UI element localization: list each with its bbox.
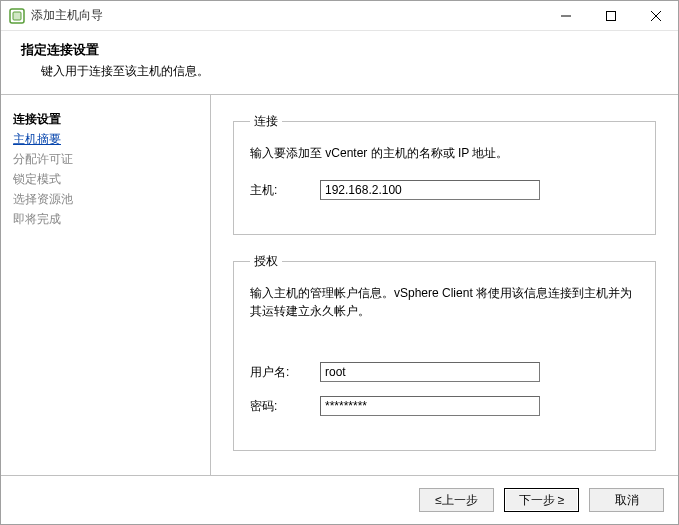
page-title: 指定连接设置 xyxy=(21,41,658,59)
host-input[interactable] xyxy=(320,180,540,200)
steps-sidebar: 连接设置 主机摘要 分配许可证 锁定模式 选择资源池 即将完成 xyxy=(1,95,211,475)
page-description: 键入用于连接至该主机的信息。 xyxy=(21,63,658,80)
step-label: 主机摘要 xyxy=(13,132,61,146)
step-host-summary[interactable]: 主机摘要 xyxy=(13,129,198,149)
titlebar: 添加主机向导 xyxy=(1,1,678,31)
wizard-body: 连接设置 主机摘要 分配许可证 锁定模式 选择资源池 即将完成 连接 输入要添加… xyxy=(1,95,678,476)
auth-group: 授权 输入主机的管理帐户信息。vSphere Client 将使用该信息连接到主… xyxy=(233,253,656,451)
step-connection-settings[interactable]: 连接设置 xyxy=(13,109,198,129)
svg-rect-3 xyxy=(606,11,615,20)
password-row: 密码: xyxy=(250,396,639,416)
step-assign-license: 分配许可证 xyxy=(13,149,198,169)
step-label: 连接设置 xyxy=(13,112,61,126)
cancel-button[interactable]: 取消 xyxy=(589,488,664,512)
wizard-content: 连接 输入要添加至 vCenter 的主机的名称或 IP 地址。 主机: 授权 … xyxy=(211,95,678,475)
add-host-wizard-window: 添加主机向导 指定连接设置 键入用于连接至该主机的信息。 连接设置 主机摘要 分… xyxy=(0,0,679,525)
username-label: 用户名: xyxy=(250,364,320,381)
connection-help: 输入要添加至 vCenter 的主机的名称或 IP 地址。 xyxy=(250,144,639,162)
step-lockdown-mode: 锁定模式 xyxy=(13,169,198,189)
step-label: 分配许可证 xyxy=(13,152,73,166)
connection-group: 连接 输入要添加至 vCenter 的主机的名称或 IP 地址。 主机: xyxy=(233,113,656,235)
auth-help: 输入主机的管理帐户信息。vSphere Client 将使用该信息连接到主机并为… xyxy=(250,284,639,320)
window-title: 添加主机向导 xyxy=(31,7,543,24)
maximize-button[interactable] xyxy=(588,1,633,31)
step-label: 即将完成 xyxy=(13,212,61,226)
password-label: 密码: xyxy=(250,398,320,415)
username-input[interactable] xyxy=(320,362,540,382)
step-label: 锁定模式 xyxy=(13,172,61,186)
wizard-footer: ≤上一步 下一步 ≥ 取消 xyxy=(1,476,678,524)
step-label: 选择资源池 xyxy=(13,192,73,206)
minimize-button[interactable] xyxy=(543,1,588,31)
header: 指定连接设置 键入用于连接至该主机的信息。 xyxy=(1,31,678,95)
svg-rect-1 xyxy=(13,12,21,20)
step-resource-pool: 选择资源池 xyxy=(13,189,198,209)
auth-legend: 授权 xyxy=(250,253,282,270)
step-ready-complete: 即将完成 xyxy=(13,209,198,229)
host-label: 主机: xyxy=(250,182,320,199)
connection-legend: 连接 xyxy=(250,113,282,130)
password-input[interactable] xyxy=(320,396,540,416)
next-button[interactable]: 下一步 ≥ xyxy=(504,488,579,512)
host-row: 主机: xyxy=(250,180,639,200)
app-icon xyxy=(9,8,25,24)
close-button[interactable] xyxy=(633,1,678,31)
username-row: 用户名: xyxy=(250,362,639,382)
back-button[interactable]: ≤上一步 xyxy=(419,488,494,512)
